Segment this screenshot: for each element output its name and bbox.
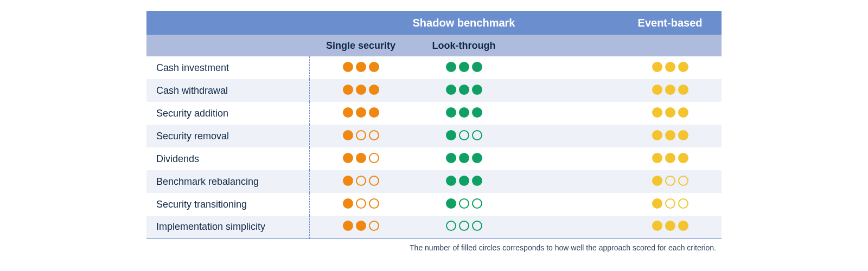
dot-filled-icon (459, 62, 469, 72)
dot-filled-icon (446, 130, 456, 140)
dot-empty-icon (472, 130, 482, 140)
dot-empty-icon (446, 221, 456, 231)
subheader-single-security: Single security (309, 35, 412, 56)
score-cell (309, 56, 412, 79)
header-row-sub: Single security Look-through (146, 35, 722, 56)
row-label: Cash withdrawal (146, 79, 309, 102)
score-cell (309, 102, 412, 125)
dot-empty-icon (459, 130, 469, 140)
score-dots (652, 107, 688, 118)
score-cell (412, 147, 515, 170)
dot-filled-icon (459, 176, 469, 186)
dot-filled-icon (446, 176, 456, 186)
table-row: Security addition (146, 102, 722, 125)
dot-filled-icon (459, 107, 469, 118)
score-dots (446, 176, 482, 186)
score-cell (618, 216, 722, 238)
spacer-cell (515, 170, 618, 193)
dot-empty-icon (356, 176, 366, 186)
dot-empty-icon (678, 198, 688, 209)
spacer-cell (515, 79, 618, 102)
dot-filled-icon (678, 107, 688, 118)
dot-filled-icon (446, 85, 456, 95)
subheader-blank (515, 35, 722, 56)
dot-empty-icon (356, 198, 366, 209)
dot-filled-icon (446, 107, 456, 118)
dot-filled-icon (446, 153, 456, 163)
dot-empty-icon (369, 221, 379, 231)
score-cell (618, 125, 722, 147)
score-cell (412, 216, 515, 238)
row-label: Implementation simplicity (146, 216, 309, 238)
score-cell (618, 102, 722, 125)
row-label: Security addition (146, 102, 309, 125)
dot-filled-icon (652, 130, 662, 140)
dot-filled-icon (343, 221, 353, 231)
header-blank-top (146, 11, 309, 35)
score-dots (652, 221, 688, 231)
dot-filled-icon (652, 198, 662, 209)
score-dots (343, 221, 379, 231)
score-dots (652, 62, 688, 72)
score-dots (446, 62, 482, 72)
score-cell (309, 147, 412, 170)
dot-filled-icon (652, 221, 662, 231)
row-label: Security removal (146, 125, 309, 147)
score-dots (446, 130, 482, 140)
dot-filled-icon (356, 62, 366, 72)
dot-filled-icon (472, 85, 482, 95)
header-shadow-benchmark: Shadow benchmark (309, 11, 618, 35)
dot-filled-icon (369, 107, 379, 118)
dot-filled-icon (343, 130, 353, 140)
dot-filled-icon (472, 153, 482, 163)
spacer-cell (515, 125, 618, 147)
score-dots (652, 85, 688, 95)
subheader-look-through: Look-through (412, 35, 515, 56)
score-cell (309, 79, 412, 102)
score-dots (652, 198, 688, 209)
dot-filled-icon (652, 153, 662, 163)
header-row-top: Shadow benchmark Event-based (146, 11, 722, 35)
dot-empty-icon (472, 221, 482, 231)
score-cell (309, 193, 412, 216)
dot-filled-icon (356, 153, 366, 163)
dot-filled-icon (343, 107, 353, 118)
dot-empty-icon (369, 176, 379, 186)
dot-empty-icon (369, 153, 379, 163)
dot-empty-icon (665, 198, 675, 209)
table-row: Benchmark rebalancing (146, 170, 722, 193)
header-blank-sub (146, 35, 309, 56)
spacer-cell (515, 147, 618, 170)
comparison-table: Shadow benchmark Event-based Single secu… (146, 11, 722, 239)
dot-filled-icon (472, 176, 482, 186)
row-label: Dividends (146, 147, 309, 170)
score-cell (412, 193, 515, 216)
dot-filled-icon (356, 107, 366, 118)
dot-filled-icon (472, 62, 482, 72)
dot-empty-icon (459, 198, 469, 209)
dot-filled-icon (665, 130, 675, 140)
dot-filled-icon (665, 62, 675, 72)
score-dots (652, 153, 688, 163)
score-dots (343, 62, 379, 72)
score-dots (446, 153, 482, 163)
dot-filled-icon (343, 62, 353, 72)
dot-filled-icon (678, 62, 688, 72)
dot-filled-icon (446, 62, 456, 72)
footnote-text: The number of filled circles corresponds… (146, 243, 722, 252)
score-cell (618, 193, 722, 216)
dot-empty-icon (369, 130, 379, 140)
dot-filled-icon (356, 85, 366, 95)
dot-filled-icon (369, 62, 379, 72)
dot-filled-icon (343, 198, 353, 209)
header-event-based: Event-based (618, 11, 722, 35)
table-row: Cash withdrawal (146, 79, 722, 102)
table-row: Security transitioning (146, 193, 722, 216)
dot-filled-icon (472, 107, 482, 118)
dot-filled-icon (678, 85, 688, 95)
score-dots (343, 176, 379, 186)
spacer-cell (515, 102, 618, 125)
score-dots (343, 107, 379, 118)
row-label: Cash investment (146, 56, 309, 79)
row-label: Benchmark rebalancing (146, 170, 309, 193)
